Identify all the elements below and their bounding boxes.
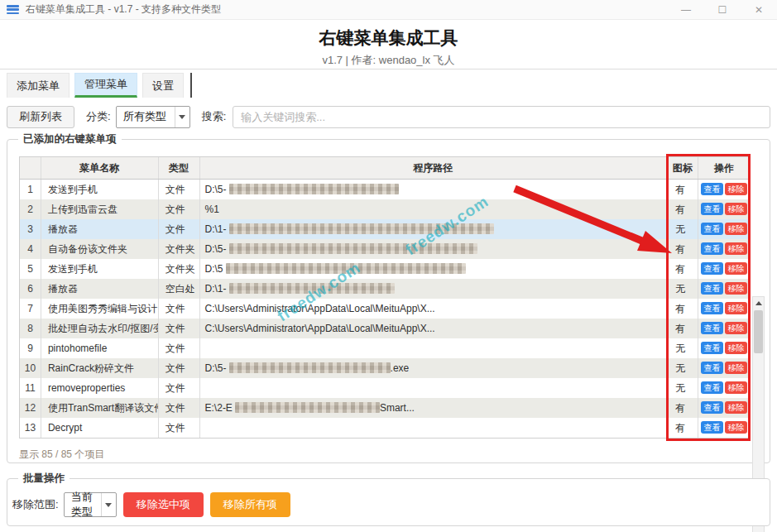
table-row[interactable]: 9 pintohomefile 文件 无 查看移除 bbox=[20, 338, 750, 358]
category-select[interactable]: 所有类型 bbox=[116, 106, 190, 128]
close-icon[interactable]: ✕ bbox=[741, 0, 777, 19]
view-button[interactable]: 查看 bbox=[701, 401, 723, 414]
remove-button[interactable]: 移除 bbox=[725, 322, 747, 334]
path-suffix: .exe bbox=[391, 362, 410, 374]
row-type: 空白处 bbox=[159, 279, 200, 299]
remove-selected-button[interactable]: 移除选中项 bbox=[123, 492, 204, 517]
table-header-row: 菜单名称 类型 程序路径 图标 操作 bbox=[20, 157, 750, 180]
scrollbar-thumb[interactable] bbox=[754, 310, 763, 353]
row-type: 文件 bbox=[159, 418, 200, 438]
row-path bbox=[200, 378, 668, 398]
remove-button[interactable]: 移除 bbox=[725, 362, 747, 374]
remove-button[interactable]: 移除 bbox=[725, 282, 747, 295]
remove-button[interactable]: 移除 bbox=[725, 381, 747, 394]
row-num: 3 bbox=[20, 219, 41, 239]
row-actions: 查看移除 bbox=[698, 259, 750, 279]
row-type: 文件夹 bbox=[159, 259, 200, 279]
row-type: 文件 bbox=[159, 338, 200, 358]
remove-scope-select[interactable]: 当前类型 bbox=[64, 492, 117, 517]
view-button[interactable]: 查看 bbox=[701, 302, 723, 314]
remove-button[interactable]: 移除 bbox=[725, 421, 747, 434]
row-actions: 查看移除 bbox=[698, 180, 750, 199]
view-button[interactable]: 查看 bbox=[701, 242, 723, 255]
view-button[interactable]: 查看 bbox=[701, 381, 723, 394]
row-name: 使用美图秀秀编辑与设计 bbox=[41, 299, 159, 319]
table-row[interactable]: 7 使用美图秀秀编辑与设计 文件 C:\Users\Administrator\… bbox=[20, 299, 750, 319]
row-actions: 查看移除 bbox=[698, 319, 750, 338]
path-suffix: Smart... bbox=[380, 402, 415, 414]
view-button[interactable]: 查看 bbox=[701, 203, 723, 215]
row-actions: 查看移除 bbox=[698, 398, 750, 418]
view-button[interactable]: 查看 bbox=[701, 223, 723, 235]
scroll-up-icon[interactable] bbox=[753, 297, 764, 309]
view-button[interactable]: 查看 bbox=[701, 183, 723, 195]
row-name: Decrypt bbox=[41, 418, 159, 438]
path-prefix: D:\1- bbox=[205, 283, 227, 295]
row-name: 上传到迅雷云盘 bbox=[41, 199, 159, 219]
table-row[interactable]: 3 播放器 文件 D:\1- 无 查看移除 bbox=[20, 219, 750, 239]
remove-button[interactable]: 移除 bbox=[725, 262, 747, 275]
menu-items-table: 菜单名称 类型 程序路径 图标 操作 1 发送到手机 文件 D:\5- 有 查看… bbox=[19, 156, 751, 439]
menu-icon[interactable] bbox=[7, 5, 19, 14]
remove-button[interactable]: 移除 bbox=[725, 223, 747, 235]
table-row[interactable]: 11 removeproperties 文件 无 查看移除 bbox=[20, 378, 750, 398]
table-row[interactable]: 4 自动备份该文件夹 文件夹 D:\5- 有 查看移除 bbox=[20, 239, 750, 259]
table-row[interactable]: 5 发送到手机 文件夹 D:\5 有 查看移除 bbox=[20, 259, 750, 279]
row-name: RainCrack粉碎文件 bbox=[41, 358, 159, 378]
icon-flag: 无 bbox=[667, 338, 698, 358]
row-path: D:\1- bbox=[200, 219, 668, 239]
row-actions: 查看移除 bbox=[698, 219, 750, 239]
table-row[interactable]: 13 Decrypt 文件 有 查看移除 bbox=[20, 418, 750, 438]
view-button[interactable]: 查看 bbox=[701, 342, 723, 354]
view-button[interactable]: 查看 bbox=[701, 322, 723, 334]
view-button[interactable]: 查看 bbox=[701, 282, 723, 295]
row-actions: 查看移除 bbox=[698, 239, 750, 259]
tab-separator bbox=[190, 73, 192, 98]
row-num: 2 bbox=[20, 199, 41, 219]
minimize-icon[interactable]: — bbox=[668, 0, 704, 19]
remove-button[interactable]: 移除 bbox=[725, 302, 747, 314]
maximize-icon[interactable]: ☐ bbox=[704, 0, 741, 19]
refresh-list-button[interactable]: 刷新列表 bbox=[7, 106, 74, 128]
remove-all-button[interactable]: 移除所有项 bbox=[210, 492, 290, 517]
remove-button[interactable]: 移除 bbox=[725, 342, 747, 354]
row-num: 10 bbox=[20, 358, 41, 378]
row-path: D:\1- bbox=[200, 279, 668, 299]
remove-button[interactable]: 移除 bbox=[725, 183, 747, 195]
row-name: 播放器 bbox=[41, 219, 159, 239]
row-type: 文件夹 bbox=[159, 239, 200, 259]
table-row[interactable]: 1 发送到手机 文件 D:\5- 有 查看移除 bbox=[20, 180, 750, 199]
path-prefix: D:\5 bbox=[205, 263, 223, 275]
batch-operations-panel: 批量操作 移除范围: 当前类型 移除选中项 移除所有项 bbox=[7, 478, 770, 526]
path-redacted bbox=[229, 243, 477, 254]
path-redacted bbox=[235, 402, 380, 413]
table-row[interactable]: 2 上传到迅雷云盘 文件 %1 有 查看移除 bbox=[20, 199, 750, 219]
view-button[interactable]: 查看 bbox=[701, 362, 723, 374]
path-prefix: D:\1- bbox=[205, 223, 227, 235]
table-row[interactable]: 8 批处理自动去水印/抠图/变清晰 文件 C:\Users\Administra… bbox=[20, 319, 750, 338]
row-actions: 查看移除 bbox=[698, 418, 750, 438]
tab-settings[interactable]: 设置 bbox=[142, 73, 184, 98]
row-num: 12 bbox=[20, 398, 41, 418]
view-button[interactable]: 查看 bbox=[701, 421, 723, 434]
search-input[interactable] bbox=[233, 106, 770, 128]
view-button[interactable]: 查看 bbox=[701, 262, 723, 275]
remove-button[interactable]: 移除 bbox=[725, 242, 747, 255]
table-body: 1 发送到手机 文件 D:\5- 有 查看移除 2 上传到迅雷云盘 文件 %1 … bbox=[20, 180, 750, 438]
row-name: 使用TranSmart翻译该文件 bbox=[41, 398, 159, 418]
row-num: 4 bbox=[20, 239, 41, 259]
remove-button[interactable]: 移除 bbox=[725, 203, 747, 215]
row-actions: 查看移除 bbox=[698, 378, 750, 398]
row-path: E:\2-ESmart... bbox=[200, 398, 668, 418]
path-prefix: E:\2-E bbox=[205, 402, 233, 414]
app-window: 右键菜单集成工具 - v1.7 - 支持多种文件类型 — ☐ ✕ 右键菜单集成工… bbox=[0, 0, 777, 532]
table-row[interactable]: 6 播放器 空白处 D:\1- 无 查看移除 bbox=[20, 279, 750, 299]
table-row[interactable]: 12 使用TranSmart翻译该文件 文件 E:\2-ESmart... 有 … bbox=[20, 398, 750, 418]
icon-flag: 有 bbox=[667, 180, 698, 199]
tab-add-menu[interactable]: 添加菜单 bbox=[7, 73, 70, 98]
remove-button[interactable]: 移除 bbox=[725, 401, 747, 414]
table-row[interactable]: 10 RainCrack粉碎文件 文件 D:\5-.exe 无 查看移除 bbox=[20, 358, 750, 378]
path-redacted bbox=[229, 283, 395, 294]
tab-manage-menu[interactable]: 管理菜单 bbox=[74, 73, 137, 98]
icon-flag: 无 bbox=[667, 279, 698, 299]
